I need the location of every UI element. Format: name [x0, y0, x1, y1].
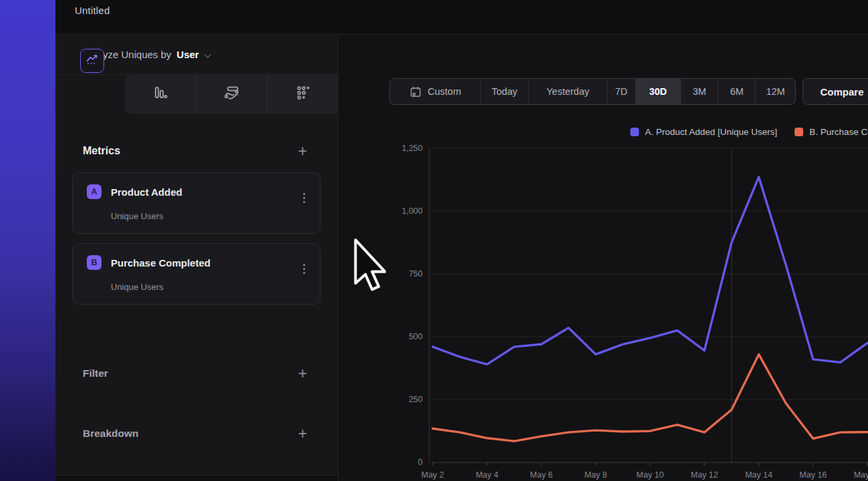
- bar-chart-icon: [152, 85, 168, 104]
- y-tick-label: 1,000: [402, 206, 423, 216]
- add-metric-button[interactable]: +: [298, 144, 307, 158]
- metrics-section-header: Metrics +: [83, 144, 307, 158]
- metric-badge: B: [87, 255, 101, 270]
- metric-options-icon[interactable]: [303, 193, 305, 203]
- breakdown-section-header: Breakdown +: [83, 427, 307, 440]
- metric-title: Product Added: [111, 186, 182, 198]
- line-chart-icon: [85, 52, 99, 69]
- x-tick-label: May 10: [636, 470, 664, 480]
- metric-card[interactable]: BPurchase CompletedUnique Users: [72, 243, 320, 305]
- y-tick-label: 1,250: [402, 144, 423, 153]
- chevron-down-icon[interactable]: [204, 51, 211, 57]
- breakdown-heading: Breakdown: [83, 428, 139, 440]
- tab-flow-chart[interactable]: [196, 75, 267, 114]
- tab-line-chart[interactable]: [80, 49, 104, 73]
- metrics-heading: Metrics: [83, 145, 120, 157]
- filter-section-header: Filter +: [83, 367, 307, 380]
- x-tick-label: May 18: [854, 470, 868, 480]
- x-tick-label: May 16: [799, 470, 827, 480]
- x-tick-label: May 14: [745, 470, 773, 480]
- analyze-entity-dropdown[interactable]: User: [177, 49, 199, 60]
- y-tick-label: 0: [418, 458, 423, 467]
- metric-options-icon[interactable]: [303, 264, 305, 274]
- metric-badge: A: [87, 184, 101, 199]
- chart-type-tabs: [125, 75, 339, 114]
- add-filter-button[interactable]: +: [298, 367, 307, 380]
- x-tick-label: May 4: [475, 470, 498, 480]
- y-tick-label: 250: [409, 395, 423, 404]
- y-tick-label: 500: [409, 332, 423, 341]
- app-window: { "window": { "title": "Untitled" }, "si…: [0, 0, 868, 481]
- top-bar: Untitled: [55, 0, 868, 35]
- mouse-cursor: [353, 238, 386, 293]
- x-tick-label: May 12: [691, 470, 718, 480]
- x-tick-label: May 2: [421, 470, 444, 480]
- metric-title: Purchase Completed: [111, 257, 210, 269]
- add-breakdown-button[interactable]: +: [298, 427, 307, 440]
- document-title[interactable]: Untitled: [75, 5, 110, 16]
- tab-bar-chart[interactable]: [125, 75, 196, 114]
- flow-chart-icon: [223, 84, 240, 104]
- metric-subtitle: Unique Users: [111, 282, 164, 292]
- filter-heading: Filter: [83, 367, 108, 379]
- sidebar-footer: [55, 475, 338, 481]
- metric-subtitle: Unique Users: [111, 211, 164, 221]
- series-line[interactable]: [433, 177, 867, 365]
- metric-card[interactable]: AProduct AddedUnique Users: [72, 172, 320, 234]
- background-gradient: [0, 0, 55, 481]
- y-tick-label: 750: [409, 269, 423, 279]
- series-line[interactable]: [433, 354, 867, 441]
- chart-panel: CustomTodayYesterday7D30D3M6M12M Compare…: [339, 35, 868, 481]
- x-tick-label: May 6: [530, 470, 553, 480]
- query-sidebar: Analyze Uniques by User: [55, 35, 339, 481]
- tab-scatter-grid[interactable]: [267, 75, 339, 114]
- scatter-grid-icon: [295, 85, 311, 104]
- line-chart[interactable]: 02505007501,0001,250May 2May 4May 6May 8…: [339, 35, 868, 481]
- x-tick-label: May 8: [584, 470, 607, 480]
